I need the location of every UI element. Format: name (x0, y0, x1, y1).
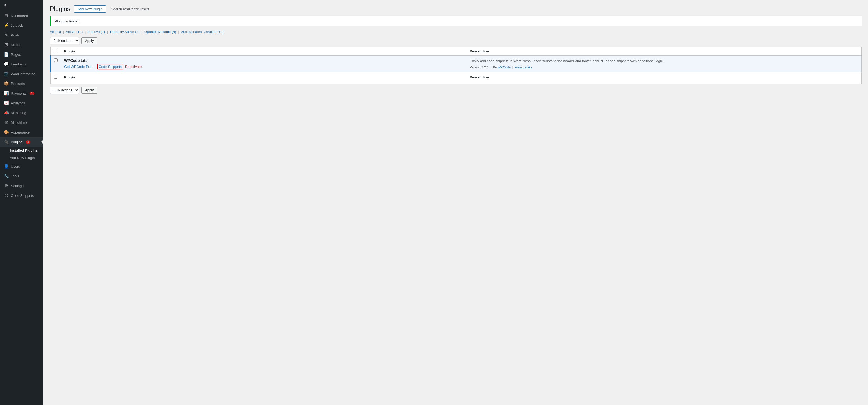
sidebar-item-products[interactable]: 📦 Products (0, 79, 43, 89)
author-link[interactable]: WPCode (498, 65, 510, 69)
products-icon: 📦 (4, 81, 9, 86)
sidebar-item-label: Settings (11, 184, 24, 188)
sidebar-item-tools[interactable]: 🔧 Tools (0, 171, 43, 181)
sidebar-logo: ⊛ (0, 0, 43, 11)
notice-text: Plugin activated. (55, 19, 80, 23)
sidebar-item-woocommerce[interactable]: 🛒 WooCommerce (0, 69, 43, 79)
version-number: 2.2.1 (482, 65, 489, 69)
plugin-description: Easily add code snippets in WordPress. I… (470, 58, 858, 64)
bulk-bar-bottom: Bulk actionsActivateDeactivateUpdateDele… (50, 87, 862, 94)
dashboard-icon: ⊞ (4, 13, 9, 18)
feedback-icon: 💬 (4, 62, 9, 67)
sidebar-item-plugins[interactable]: 🔌 Plugins 4 (0, 137, 43, 147)
plugin-action-links: Get WPCode Pro | Code Snippets Deactivat… (64, 64, 463, 69)
sidebar-item-payments[interactable]: 📊 Payments 1 (0, 89, 43, 98)
sidebar-item-analytics[interactable]: 📈 Analytics (0, 98, 43, 108)
code-snippets-icon: ⬡ (4, 193, 9, 198)
desc-col-header-bottom: Description (466, 72, 862, 85)
plugins-badge: 4 (26, 140, 31, 144)
deactivate-link[interactable]: Deactivate (125, 65, 142, 69)
sidebar-item-appearance[interactable]: 🎨 Appearance (0, 127, 43, 137)
sidebar-item-label: Users (11, 164, 20, 168)
sidebar-item-label: Posts (11, 33, 20, 37)
plugins-icon: 🔌 (4, 139, 9, 144)
plugin-info-cell: WPCode Lite Get WPCode Pro | Code Snippe… (61, 56, 466, 72)
media-icon: 🖼 (4, 42, 9, 47)
marketing-icon: 📣 (4, 110, 9, 115)
sidebar-item-label: WooCommerce (11, 72, 35, 76)
posts-icon: ✎ (4, 33, 9, 38)
search-results-text: Search results for: insert (111, 7, 149, 11)
filter-all[interactable]: All (13) (50, 30, 61, 34)
view-details-link[interactable]: View details (515, 65, 532, 69)
filter-recently-active[interactable]: Recently Active (1) (110, 30, 140, 34)
sidebar-item-label: Marketing (11, 111, 26, 115)
plugin-activated-notice: Plugin activated. (50, 16, 862, 26)
add-new-plugin-button[interactable]: Add New Plugin (74, 5, 106, 13)
select-all-checkbox[interactable] (54, 49, 57, 53)
bulk-actions-select-bottom[interactable]: Bulk actionsActivateDeactivateUpdateDele… (50, 87, 79, 94)
sidebar-subitem-add-new-plugin[interactable]: Add New Plugin (0, 154, 43, 161)
filter-active[interactable]: Active (12) (66, 30, 83, 34)
plugin-checkbox[interactable] (54, 58, 58, 62)
search-prefix: Search results for: (111, 7, 140, 11)
sidebar-item-label: Analytics (11, 101, 25, 105)
select-all-header (50, 47, 61, 56)
filter-auto-updates-disabled[interactable]: Auto-updates Disabled (13) (181, 30, 224, 34)
sidebar-item-label: Products (11, 82, 25, 86)
sidebar-item-label: Appearance (11, 130, 30, 134)
sidebar-item-marketing[interactable]: 📣 Marketing (0, 108, 43, 117)
settings-icon: ⚙ (4, 183, 9, 188)
code-snippets-link[interactable]: Code Snippets (99, 65, 122, 69)
sidebar-item-label: Payments (11, 91, 27, 95)
wp-logo-icon: ⊛ (4, 3, 7, 7)
apply-button-top[interactable]: Apply (82, 37, 97, 44)
payments-badge: 1 (30, 92, 35, 95)
plugin-table: Plugin Description WPCode Lite Get WPCod… (50, 46, 862, 85)
sidebar-item-users[interactable]: 👤 Users (0, 161, 43, 171)
sidebar-item-jetpack[interactable]: ⚡ Jetpack (0, 21, 43, 30)
sidebar-item-label: Tools (11, 174, 19, 178)
apply-button-bottom[interactable]: Apply (82, 87, 97, 94)
table-row: WPCode Lite Get WPCode Pro | Code Snippe… (50, 56, 862, 72)
sidebar-subitem-installed-plugins[interactable]: Installed Plugins (0, 147, 43, 154)
plugin-checkbox-empty[interactable] (54, 75, 57, 79)
get-wpcode-pro-link[interactable]: Get WPCode Pro (64, 65, 91, 69)
plugin-checkbox-cell (50, 56, 61, 72)
plugin-meta: Version 2.2.1 | By WPCode | View details (470, 65, 858, 69)
sidebar-item-mailchimp[interactable]: ✉ Mailchimp (0, 117, 43, 127)
empty-checkbox-cell (50, 72, 61, 85)
sidebar-item-code-snippets[interactable]: ⬡ Code Snippets (0, 191, 43, 200)
sidebar-item-label: Code Snippets (11, 194, 34, 198)
woocommerce-icon: 🛒 (4, 71, 9, 76)
main-content: Plugins Add New Plugin Search results fo… (43, 0, 868, 405)
sidebar-item-label: Jetpack (11, 24, 23, 28)
filter-inactive[interactable]: Inactive (1) (88, 30, 105, 34)
bulk-actions-select-top[interactable]: Bulk actionsActivateDeactivateUpdateDele… (50, 37, 79, 44)
sidebar-item-pages[interactable]: 📄 Pages (0, 49, 43, 59)
sidebar-item-media[interactable]: 🖼 Media (0, 40, 43, 49)
sidebar-item-label: Pages (11, 53, 21, 57)
pages-icon: 📄 (4, 52, 9, 57)
page-title: Plugins (50, 5, 70, 13)
description-column-header: Description (466, 47, 862, 56)
sidebar-item-label: Plugins (11, 140, 23, 144)
sidebar: ⊛ ⊞ Dashboard ⚡ Jetpack ✎ Posts 🖼 Media … (0, 0, 43, 405)
sidebar-item-label: Mailchimp (11, 121, 27, 125)
sidebar-item-dashboard[interactable]: ⊞ Dashboard (0, 11, 43, 21)
filter-update-available[interactable]: Update Available (4) (145, 30, 176, 34)
version-label: Version 2.2.1 (470, 65, 489, 69)
mailchimp-icon: ✉ (4, 120, 9, 125)
sidebar-item-posts[interactable]: ✎ Posts (0, 30, 43, 40)
sidebar-item-feedback[interactable]: 💬 Feedback (0, 59, 43, 69)
by-label: By (493, 65, 497, 69)
plugin-col-header-bottom: Plugin (61, 72, 466, 85)
active-indicator (41, 140, 43, 144)
bulk-bar-top: Bulk actionsActivateDeactivateUpdateDele… (50, 37, 862, 44)
analytics-icon: 📈 (4, 101, 9, 105)
sidebar-item-label: Dashboard (11, 14, 28, 18)
sidebar-item-label: Media (11, 43, 20, 47)
sidebar-item-settings[interactable]: ⚙ Settings (0, 181, 43, 191)
appearance-icon: 🎨 (4, 130, 9, 135)
tools-icon: 🔧 (4, 174, 9, 178)
